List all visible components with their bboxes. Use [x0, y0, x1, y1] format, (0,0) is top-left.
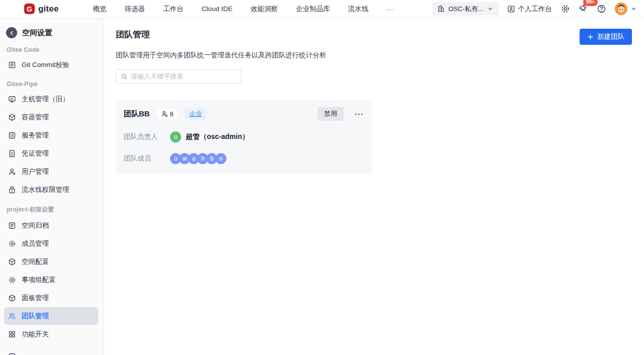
personal-workbench-link[interactable]: 个人工作台	[507, 5, 552, 14]
gear-icon	[8, 240, 16, 248]
nav-artifact-repo[interactable]: 企业制品库	[296, 5, 330, 14]
owner-avatar: o	[170, 131, 181, 143]
member-avatar-group: o w a h b n	[170, 153, 226, 164]
sidebar-item-label: 服务管理	[22, 131, 49, 140]
sidebar-item-space-archive[interactable]: 空间归档	[4, 217, 98, 234]
section-label-gitee-code: Gitee Code	[7, 46, 98, 53]
page-description: 团队管理用于空间内多团队统一管理迭代任务以及跨团队进行统计分析	[116, 51, 632, 60]
sidebar-item-label: 流水线权限管理	[22, 185, 69, 194]
gitee-brand[interactable]: G gitee	[24, 4, 59, 14]
member-count-pill: 6	[156, 109, 178, 119]
settings-sidebar: 空间设置 Gitee Code Git Commit校验 Gitee-Pipe …	[0, 18, 104, 355]
sidebar-item-feature-switch[interactable]: 功能开关	[4, 325, 98, 343]
help-icon[interactable]	[597, 4, 606, 14]
avatar-face-icon	[615, 3, 627, 15]
sidebar-item-team-management[interactable]: 团队管理	[4, 307, 98, 325]
user-menu[interactable]	[615, 3, 637, 15]
member-avatar[interactable]: n	[215, 153, 226, 164]
more-actions-icon[interactable]: ···	[355, 110, 364, 118]
disable-team-button[interactable]: 禁用	[317, 107, 344, 121]
workspace-selector[interactable]: OSC-私有...	[432, 2, 498, 16]
sidebar-item-label: 凭证管理	[22, 149, 49, 158]
sidebar-item-pipeline-permission[interactable]: 流水线权限管理	[4, 181, 98, 198]
sidebar-item-label: 成员管理	[22, 239, 49, 248]
sidebar-item-service-management[interactable]: 服务管理	[4, 126, 98, 144]
nav-workbench[interactable]: 工作台	[163, 5, 184, 14]
gear-icon	[8, 276, 16, 284]
topbar: G gitee 概览 筛选器 工作台 Cloud IDE 效能洞察 企业制品库 …	[0, 0, 644, 18]
cube-icon	[8, 294, 16, 302]
team-members-row: 团队成员 o w a h b n	[124, 153, 364, 164]
sidebar-item-label: 功能开关	[22, 330, 49, 339]
sidebar-item-panel-management[interactable]: 面板管理	[4, 289, 98, 307]
cube-icon	[8, 113, 16, 121]
settings-gear-icon[interactable]	[560, 4, 570, 14]
chevron-down-icon	[630, 6, 637, 12]
sidebar-item-label: 空间配置	[22, 257, 49, 266]
sidebar-item-git-commit-check[interactable]: Git Commit校验	[4, 56, 98, 74]
sidebar-item-space-config[interactable]: 空间配置	[4, 253, 98, 270]
main-content: 团队管理 新建团队 团队管理用于空间内多团队统一管理迭代任务以及跨团队进行统计分…	[104, 18, 644, 355]
owner-name: 超管（osc-admin）	[186, 132, 249, 141]
document-icon	[8, 352, 16, 355]
sidebar-item-label: 事项组配置	[22, 275, 56, 285]
team-type-tag[interactable]: 企业	[185, 108, 206, 120]
badge-person-icon	[507, 5, 515, 13]
nav-more-icon[interactable]: ···	[386, 5, 395, 13]
member-count-value: 6	[170, 110, 174, 118]
file-icon	[8, 150, 16, 158]
user-icon	[8, 168, 16, 176]
grid-icon	[8, 330, 16, 338]
users-icon	[8, 312, 16, 320]
sidebar-item-label: 用户管理	[22, 167, 49, 176]
search-icon	[121, 73, 128, 80]
sidebar-item-itemgroup-config[interactable]: 事项组配置	[4, 271, 98, 289]
members-label: 团队成员	[124, 154, 170, 163]
sidebar-item-label: 容器管理	[22, 113, 49, 122]
document-icon	[8, 222, 16, 230]
nav-pipeline[interactable]: 流水线	[348, 5, 369, 14]
nav-filters[interactable]: 筛选器	[125, 5, 145, 14]
team-owner-row: 团队负责人 o 超管（osc-admin）	[124, 131, 364, 143]
monitor-icon	[8, 95, 16, 103]
new-team-button-label: 新建团队	[597, 32, 624, 41]
building-icon	[437, 5, 445, 13]
top-navigation: 概览 筛选器 工作台 Cloud IDE 效能洞察 企业制品库 流水线 ···	[93, 5, 395, 14]
team-card: 团队BB 6 企业 禁用 ··· 团队负责人 o 超管（osc-admin）	[116, 100, 372, 174]
page-title: 团队管理	[116, 29, 150, 40]
sidebar-title: 空间设置	[22, 28, 52, 38]
chevron-down-icon	[487, 6, 494, 12]
gitee-logo-icon: G	[24, 4, 35, 14]
sidebar-item-label: 面板管理	[22, 294, 49, 303]
people-count-icon	[161, 110, 168, 117]
nav-cloud-ide[interactable]: Cloud IDE	[202, 5, 233, 13]
sidebar-item-label: 主机管理（旧）	[22, 95, 69, 104]
sidebar-item-cutoff[interactable]	[4, 347, 98, 355]
user-avatar	[615, 3, 627, 15]
sidebar-item-container-management[interactable]: 容器管理	[4, 108, 98, 126]
section-label-gitee-pipe: Gitee-Pipe	[7, 81, 98, 88]
plus-icon	[587, 34, 594, 40]
document-icon	[8, 61, 16, 69]
sidebar-item-host-management[interactable]: 主机管理（旧）	[4, 90, 98, 108]
sidebar-back-header[interactable]: 空间设置	[4, 24, 98, 38]
back-arrow-icon[interactable]	[6, 27, 17, 38]
new-team-button[interactable]: 新建团队	[580, 29, 632, 45]
nav-insight[interactable]: 效能洞察	[251, 5, 278, 14]
notification-badge: 99+	[583, 0, 598, 6]
sidebar-item-user-management[interactable]: 用户管理	[4, 163, 98, 180]
cube-icon	[8, 258, 16, 266]
topbar-right: OSC-私有... 个人工作台 99+	[432, 2, 637, 16]
sidebar-item-member-management[interactable]: 成员管理	[4, 235, 98, 252]
nav-overview[interactable]: 概览	[93, 5, 107, 14]
section-label-project-permission: project-权限设置	[7, 205, 98, 214]
notifications-button[interactable]: 99+	[579, 3, 588, 15]
brand-name: gitee	[38, 4, 59, 14]
list-icon	[8, 131, 16, 139]
sidebar-item-credential-management[interactable]: 凭证管理	[4, 145, 98, 162]
sidebar-item-label: 空间归档	[22, 221, 49, 230]
search-input[interactable]	[131, 73, 236, 80]
team-search	[116, 69, 242, 84]
workspace-name: OSC-私有...	[448, 5, 483, 14]
sidebar-item-label: 团队管理	[22, 312, 49, 321]
